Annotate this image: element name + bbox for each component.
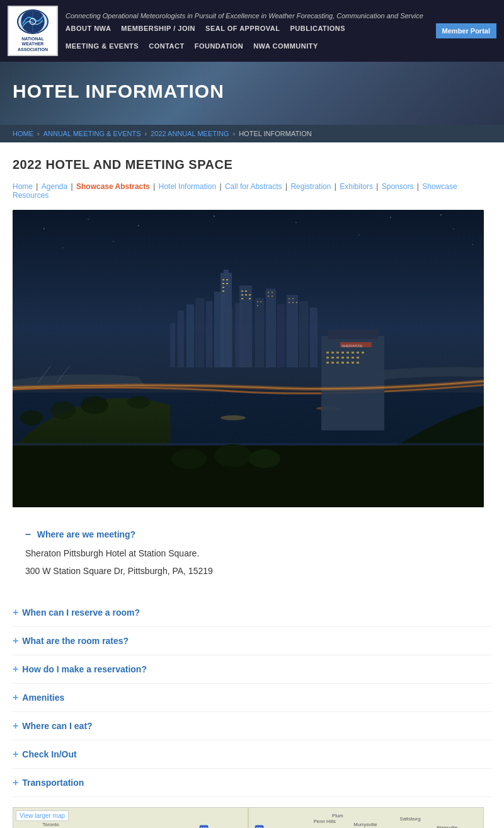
svg-rect-32 — [206, 301, 212, 367]
svg-rect-40 — [226, 279, 228, 280]
svg-rect-68 — [292, 302, 294, 303]
breadcrumb-2022[interactable]: 2022 ANNUAL MEETING — [151, 130, 229, 137]
faq-label-rates: What are the room rates? — [22, 636, 129, 646]
svg-text:Blairsville: Blairsville — [437, 825, 457, 828]
map-view-larger-link[interactable]: View larger map — [16, 810, 69, 821]
breadcrumb-home[interactable]: HOME — [13, 130, 33, 137]
faq-plus-icon: + — [13, 607, 18, 618]
svg-rect-58 — [257, 301, 258, 302]
logo-circle — [17, 9, 49, 34]
svg-rect-70 — [321, 336, 384, 430]
faq-toggle-reserve[interactable]: + When can I reserve a room? — [13, 604, 491, 621]
svg-rect-63 — [268, 296, 269, 297]
meeting-answer: Sheraton Pittsburgh Hotel at Station Squ… — [25, 546, 491, 578]
svg-point-9 — [295, 222, 296, 222]
ql-registration[interactable]: Registration — [290, 182, 331, 191]
page-title: HOTEL INFORMATION — [13, 81, 491, 102]
faq-toggle-transport[interactable]: + Transportation — [13, 774, 491, 791]
logo-area: NATIONAL WEATHER ASSOCIATION — [8, 6, 58, 56]
svg-point-13 — [63, 248, 64, 248]
faq-label-eat: Where can I eat? — [22, 721, 92, 731]
ql-abstracts[interactable]: Call for Abstracts — [225, 182, 282, 191]
svg-rect-69 — [296, 302, 297, 303]
ql-agenda[interactable]: Agenda — [42, 182, 67, 191]
ql-hotel[interactable]: Hotel Information — [159, 182, 216, 191]
nav-community[interactable]: NWA COMMUNITY — [253, 42, 318, 50]
main-nav: ABOUT NWA MEMBERSHIP / JOIN SEAL OF APPR… — [66, 25, 428, 50]
ql-sponsors[interactable]: Sponsors — [382, 182, 414, 191]
breadcrumb-sep-3: › — [233, 130, 236, 137]
nav-foundation[interactable]: FOUNDATION — [195, 42, 244, 50]
svg-rect-45 — [241, 290, 243, 292]
svg-rect-62 — [272, 292, 273, 293]
map-container[interactable]: View larger map 295 376 Toronto Penn Hil… — [13, 807, 484, 828]
svg-rect-31 — [195, 298, 204, 367]
svg-rect-48 — [245, 294, 247, 296]
faq-toggle-amenities[interactable]: + Amenities — [13, 689, 491, 706]
svg-rect-46 — [245, 290, 247, 292]
faq-toggle-checkin[interactable]: + Check In/Out — [13, 745, 491, 763]
svg-rect-89 — [326, 362, 329, 364]
faq-plus-icon-2: + — [13, 636, 18, 646]
svg-rect-30 — [186, 304, 194, 367]
nav-membership[interactable]: MEMBERSHIP / JOIN — [121, 25, 195, 32]
hotel-address: 300 W Station Square Dr, Pittsburgh, PA,… — [25, 564, 491, 578]
meeting-header[interactable]: – Where are we meeting? — [25, 529, 491, 540]
nav-seal[interactable]: SEAL OF APPROVAL — [205, 25, 280, 32]
svg-point-15 — [359, 235, 360, 236]
svg-point-27 — [127, 396, 150, 408]
faq-eat: + Where can I eat? — [13, 712, 491, 740]
breadcrumb-annual-events[interactable]: ANNUAL MEETING & EVENTS — [43, 130, 141, 137]
svg-point-8 — [214, 216, 215, 217]
svg-rect-74 — [326, 352, 329, 354]
svg-rect-43 — [222, 287, 224, 288]
svg-point-10 — [390, 217, 391, 217]
svg-point-7 — [138, 225, 139, 226]
ql-home[interactable]: Home — [13, 182, 33, 191]
nav-contact[interactable]: CONTACT — [149, 42, 184, 50]
faq-toggle-eat[interactable]: + Where can I eat? — [13, 717, 491, 735]
svg-point-6 — [88, 219, 88, 219]
svg-rect-92 — [341, 362, 344, 364]
faq-rates: + What are the room rates? — [13, 627, 491, 655]
ql-showcase[interactable]: Showcase Abstracts — [76, 182, 150, 191]
nav-about-nwa[interactable]: ABOUT NWA — [66, 25, 111, 32]
svg-rect-85 — [357, 352, 359, 354]
svg-rect-60 — [257, 305, 258, 306]
hero-banner: HOTEL INFORMATION — [0, 62, 504, 125]
faq-label-checkin: Check In/Out — [22, 749, 76, 759]
faq-toggle-rates[interactable]: + What are the room rates? — [13, 632, 491, 650]
svg-rect-66 — [292, 298, 294, 299]
svg-rect-88 — [357, 357, 359, 359]
nav-publications[interactable]: PUBLICATIONS — [290, 25, 345, 32]
faq-label-transport: Transportation — [22, 778, 84, 788]
faq-transport: + Transportation — [13, 769, 491, 797]
faq-plus-icon-4: + — [13, 693, 18, 703]
svg-rect-84 — [352, 352, 354, 354]
member-portal-button[interactable]: Member Portal — [436, 23, 496, 38]
faq-checkin: + Check In/Out — [13, 740, 491, 769]
svg-rect-79 — [326, 357, 329, 359]
svg-rect-64 — [272, 296, 273, 297]
faq-toggle-reservation[interactable]: + How do I make a reservation? — [13, 660, 491, 678]
hotel-name: Sheraton Pittsburgh Hotel at Station Squ… — [25, 546, 491, 560]
svg-rect-61 — [268, 292, 269, 293]
svg-rect-83 — [346, 357, 349, 359]
svg-point-14 — [113, 241, 113, 241]
svg-rect-81 — [336, 357, 339, 359]
svg-point-24 — [20, 410, 43, 425]
svg-rect-77 — [341, 352, 344, 354]
meeting-location: – Where are we meeting? Sheraton Pittsbu… — [13, 525, 491, 586]
svg-rect-29 — [178, 311, 184, 367]
nav-meeting-events[interactable]: MEETING & EVENTS — [66, 42, 139, 50]
svg-rect-56 — [299, 301, 308, 367]
faq-label-reservation: How do I make a reservation? — [22, 664, 147, 674]
svg-rect-95 — [357, 362, 359, 364]
faq-label-amenities: Amenities — [22, 693, 64, 703]
ql-exhibitors[interactable]: Exhibitors — [340, 182, 373, 191]
logo-box: NATIONAL WEATHER ASSOCIATION — [8, 6, 58, 56]
svg-point-11 — [453, 228, 454, 229]
faq-label-reserve: When can I reserve a room? — [22, 607, 140, 618]
svg-rect-52 — [255, 298, 264, 367]
svg-rect-59 — [260, 301, 261, 302]
